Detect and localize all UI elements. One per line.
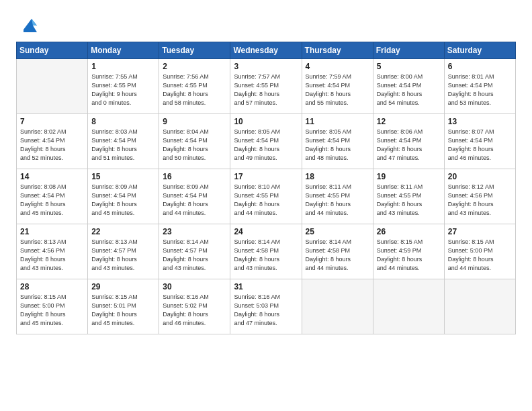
day-number: 13 xyxy=(448,117,512,126)
day-info: Sunrise: 8:06 AMSunset: 4:54 PMDaylight:… xyxy=(377,128,441,163)
day-cell: 5Sunrise: 8:00 AMSunset: 4:54 PMDaylight… xyxy=(373,59,444,114)
day-info: Sunrise: 8:11 AMSunset: 4:55 PMDaylight:… xyxy=(377,183,441,218)
day-number: 12 xyxy=(377,117,441,126)
day-number: 3 xyxy=(234,62,298,71)
day-number: 22 xyxy=(91,227,155,236)
logo-icon xyxy=(18,13,40,35)
day-info: Sunrise: 8:08 AMSunset: 4:54 PMDaylight:… xyxy=(20,183,84,218)
day-cell: 22Sunrise: 8:13 AMSunset: 4:57 PMDayligh… xyxy=(88,224,159,279)
weekday-tuesday: Tuesday xyxy=(159,42,230,59)
day-cell: 26Sunrise: 8:15 AMSunset: 4:59 PMDayligh… xyxy=(373,224,444,279)
day-number: 29 xyxy=(91,282,155,291)
day-cell: 4Sunrise: 7:59 AMSunset: 4:54 PMDaylight… xyxy=(302,59,373,114)
day-number: 31 xyxy=(234,282,298,291)
day-cell xyxy=(444,279,515,334)
weekday-header-row: SundayMondayTuesdayWednesdayThursdayFrid… xyxy=(17,42,516,59)
day-number: 1 xyxy=(91,62,155,71)
day-cell: 3Sunrise: 7:57 AMSunset: 4:55 PMDaylight… xyxy=(230,59,302,114)
day-cell: 16Sunrise: 8:09 AMSunset: 4:54 PMDayligh… xyxy=(159,169,230,224)
day-info: Sunrise: 7:59 AMSunset: 4:54 PMDaylight:… xyxy=(306,73,369,107)
day-cell xyxy=(17,59,88,114)
day-cell: 28Sunrise: 8:15 AMSunset: 5:00 PMDayligh… xyxy=(17,279,88,334)
day-number: 27 xyxy=(448,227,512,236)
day-info: Sunrise: 7:56 AMSunset: 4:55 PMDaylight:… xyxy=(163,73,226,107)
day-cell: 29Sunrise: 8:15 AMSunset: 5:01 PMDayligh… xyxy=(88,279,159,334)
weekday-friday: Friday xyxy=(373,42,444,59)
week-row-4: 21Sunrise: 8:13 AMSunset: 4:56 PMDayligh… xyxy=(17,224,516,279)
day-info: Sunrise: 8:02 AMSunset: 4:54 PMDaylight:… xyxy=(20,128,84,163)
day-number: 26 xyxy=(377,227,441,236)
day-number: 6 xyxy=(448,62,512,71)
day-info: Sunrise: 7:57 AMSunset: 4:55 PMDaylight:… xyxy=(234,73,298,107)
day-cell: 7Sunrise: 8:02 AMSunset: 4:54 PMDaylight… xyxy=(17,114,88,169)
day-info: Sunrise: 8:00 AMSunset: 4:54 PMDaylight:… xyxy=(377,73,441,107)
weekday-sunday: Sunday xyxy=(17,42,88,59)
day-info: Sunrise: 8:04 AMSunset: 4:54 PMDaylight:… xyxy=(163,128,226,163)
weekday-thursday: Thursday xyxy=(302,42,373,59)
day-cell: 20Sunrise: 8:12 AMSunset: 4:56 PMDayligh… xyxy=(444,169,515,224)
day-cell: 30Sunrise: 8:16 AMSunset: 5:02 PMDayligh… xyxy=(159,279,230,334)
day-cell: 2Sunrise: 7:56 AMSunset: 4:55 PMDaylight… xyxy=(159,59,230,114)
day-cell: 24Sunrise: 8:14 AMSunset: 4:58 PMDayligh… xyxy=(230,224,302,279)
day-cell: 18Sunrise: 8:11 AMSunset: 4:55 PMDayligh… xyxy=(302,169,373,224)
day-number: 4 xyxy=(306,62,369,71)
day-cell: 12Sunrise: 8:06 AMSunset: 4:54 PMDayligh… xyxy=(373,114,444,169)
weekday-monday: Monday xyxy=(88,42,159,59)
day-number: 25 xyxy=(306,227,369,236)
day-info: Sunrise: 8:11 AMSunset: 4:55 PMDaylight:… xyxy=(306,183,369,218)
day-number: 15 xyxy=(91,172,155,181)
day-info: Sunrise: 8:14 AMSunset: 4:58 PMDaylight:… xyxy=(306,238,369,273)
day-info: Sunrise: 8:13 AMSunset: 4:56 PMDaylight:… xyxy=(20,238,84,273)
day-number: 9 xyxy=(163,117,226,126)
day-cell: 23Sunrise: 8:14 AMSunset: 4:57 PMDayligh… xyxy=(159,224,230,279)
day-cell: 13Sunrise: 8:07 AMSunset: 4:54 PMDayligh… xyxy=(444,114,515,169)
day-info: Sunrise: 8:12 AMSunset: 4:56 PMDaylight:… xyxy=(448,183,512,218)
day-info: Sunrise: 8:16 AMSunset: 5:02 PMDaylight:… xyxy=(163,293,226,328)
week-row-1: 1Sunrise: 7:55 AMSunset: 4:55 PMDaylight… xyxy=(17,59,516,114)
day-cell: 27Sunrise: 8:15 AMSunset: 5:00 PMDayligh… xyxy=(444,224,515,279)
day-number: 7 xyxy=(20,117,84,126)
day-number: 23 xyxy=(163,227,226,236)
day-cell: 15Sunrise: 8:09 AMSunset: 4:54 PMDayligh… xyxy=(88,169,159,224)
page-header xyxy=(16,13,516,35)
day-info: Sunrise: 8:09 AMSunset: 4:54 PMDaylight:… xyxy=(163,183,226,218)
day-number: 8 xyxy=(91,117,155,126)
day-info: Sunrise: 8:15 AMSunset: 5:01 PMDaylight:… xyxy=(91,293,155,328)
calendar-table: SundayMondayTuesdayWednesdayThursdayFrid… xyxy=(16,42,516,334)
day-info: Sunrise: 7:55 AMSunset: 4:55 PMDaylight:… xyxy=(91,73,155,107)
day-info: Sunrise: 8:05 AMSunset: 4:54 PMDaylight:… xyxy=(306,128,369,163)
day-cell: 19Sunrise: 8:11 AMSunset: 4:55 PMDayligh… xyxy=(373,169,444,224)
day-cell xyxy=(373,279,444,334)
day-info: Sunrise: 8:15 AMSunset: 5:00 PMDaylight:… xyxy=(20,293,84,328)
day-cell xyxy=(302,279,373,334)
day-number: 11 xyxy=(306,117,369,126)
day-info: Sunrise: 8:13 AMSunset: 4:57 PMDaylight:… xyxy=(91,238,155,273)
calendar-page: SundayMondayTuesdayWednesdayThursdayFrid… xyxy=(0,0,532,411)
week-row-3: 14Sunrise: 8:08 AMSunset: 4:54 PMDayligh… xyxy=(17,169,516,224)
day-cell: 17Sunrise: 8:10 AMSunset: 4:55 PMDayligh… xyxy=(230,169,302,224)
day-info: Sunrise: 8:07 AMSunset: 4:54 PMDaylight:… xyxy=(448,128,512,163)
day-cell: 9Sunrise: 8:04 AMSunset: 4:54 PMDaylight… xyxy=(159,114,230,169)
day-number: 17 xyxy=(234,172,298,181)
day-info: Sunrise: 8:14 AMSunset: 4:57 PMDaylight:… xyxy=(163,238,226,273)
day-info: Sunrise: 8:10 AMSunset: 4:55 PMDaylight:… xyxy=(234,183,298,218)
day-number: 5 xyxy=(377,62,441,71)
day-info: Sunrise: 8:03 AMSunset: 4:54 PMDaylight:… xyxy=(91,128,155,163)
day-number: 28 xyxy=(20,282,84,291)
day-number: 20 xyxy=(448,172,512,181)
day-cell: 14Sunrise: 8:08 AMSunset: 4:54 PMDayligh… xyxy=(17,169,88,224)
day-cell: 21Sunrise: 8:13 AMSunset: 4:56 PMDayligh… xyxy=(17,224,88,279)
day-number: 24 xyxy=(234,227,298,236)
day-cell: 1Sunrise: 7:55 AMSunset: 4:55 PMDaylight… xyxy=(88,59,159,114)
day-cell: 6Sunrise: 8:01 AMSunset: 4:54 PMDaylight… xyxy=(444,59,515,114)
day-info: Sunrise: 8:01 AMSunset: 4:54 PMDaylight:… xyxy=(448,73,512,107)
day-cell: 31Sunrise: 8:16 AMSunset: 5:03 PMDayligh… xyxy=(230,279,302,334)
day-info: Sunrise: 8:05 AMSunset: 4:54 PMDaylight:… xyxy=(234,128,298,163)
logo xyxy=(16,13,40,35)
day-number: 14 xyxy=(20,172,84,181)
day-number: 21 xyxy=(20,227,84,236)
day-number: 18 xyxy=(306,172,369,181)
day-number: 19 xyxy=(377,172,441,181)
day-info: Sunrise: 8:09 AMSunset: 4:54 PMDaylight:… xyxy=(91,183,155,218)
week-row-2: 7Sunrise: 8:02 AMSunset: 4:54 PMDaylight… xyxy=(17,114,516,169)
